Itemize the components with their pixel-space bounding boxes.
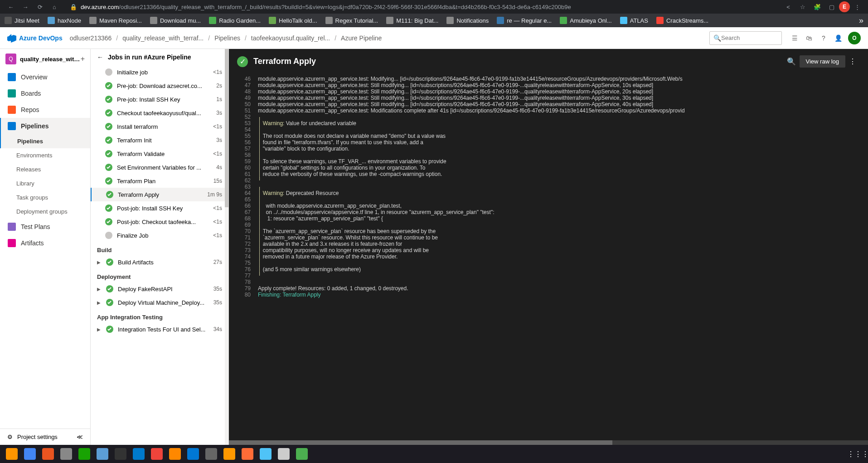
taskbar-libre[interactable] <box>77 447 92 461</box>
taskbar-ubuntu[interactable] <box>41 447 55 461</box>
log-more-icon[interactable]: ⋮ <box>849 57 856 66</box>
bookmark-item[interactable]: HelloTalk old... <box>269 17 317 24</box>
home-icon[interactable]: ⌂ <box>50 2 59 11</box>
job-item[interactable]: Post-job: Install SSH Key<1s <box>91 201 228 215</box>
bookmark-favicon <box>656 17 664 24</box>
list-icon[interactable]: ☰ <box>787 31 802 45</box>
taskbar-firefox[interactable] <box>5 447 19 461</box>
sidebar-sub-library[interactable]: Library <box>0 176 90 190</box>
bookmark-item[interactable]: Amubieya Onl... <box>560 17 612 24</box>
job-item[interactable]: Pre-job: Install SSH Key1s <box>91 93 228 106</box>
taskbar-grid[interactable] <box>204 447 218 461</box>
taskbar-sublime[interactable] <box>222 447 237 461</box>
breadcrumb-item[interactable]: taofeekaoyusuf.quality_rel... <box>251 34 330 42</box>
log-body[interactable]: 46module.appservice.azurerm_app_service.… <box>229 74 868 440</box>
share-icon[interactable]: < <box>784 2 793 11</box>
taskbar-anydesk[interactable] <box>150 447 164 461</box>
search-input[interactable]: 🔍 <box>709 31 782 45</box>
sidebar-item-repos[interactable]: Repos <box>0 102 90 118</box>
line-number: 77 <box>234 273 251 279</box>
bookmark-item[interactable]: haxNode <box>48 17 81 24</box>
job-item[interactable]: ▶Build Artifacts27s <box>91 255 228 269</box>
job-item[interactable]: ▶Deploy Virtual Machine_Deploy...35s <box>91 296 228 309</box>
url-bar[interactable]: 🔒 dev.azure.com/odluser213366/quality_re… <box>65 0 777 13</box>
taskbar-terminal[interactable] <box>113 447 128 461</box>
sidebar-item-overview[interactable]: Overview <box>0 69 90 85</box>
menu-icon[interactable]: ⋮ <box>853 2 862 11</box>
job-item[interactable]: Pre-job: Download azsecret.co...2s <box>91 79 228 93</box>
back-arrow-icon[interactable]: ← <box>97 54 103 61</box>
bookmark-item[interactable]: Regex Tutorial... <box>325 17 378 24</box>
sidebar-item-boards[interactable]: Boards <box>0 85 90 102</box>
back-icon[interactable]: ← <box>6 2 15 11</box>
bookmark-item[interactable]: re — Regular e... <box>497 17 552 24</box>
taskbar-chrome[interactable] <box>23 447 37 461</box>
add-icon[interactable]: + <box>81 55 85 63</box>
sidebar-item-pipelines[interactable]: Pipelines <box>0 118 90 134</box>
job-name: Post-job: Install SSH Key <box>117 205 210 212</box>
azure-devops-logo[interactable]: Azure DevOps <box>7 34 63 43</box>
breadcrumb-item[interactable]: odluser213366 <box>70 34 112 42</box>
bookmark-item[interactable]: Notifications <box>446 17 489 24</box>
taskbar-blue2[interactable] <box>258 447 273 461</box>
app-grid-icon[interactable]: ⋮⋮⋮ <box>851 447 865 461</box>
bookmark-item[interactable]: Jitsi Meet <box>5 17 39 24</box>
azure-avatar[interactable]: O <box>848 32 861 44</box>
breadcrumb-item[interactable]: quality_release_with_terraf... <box>122 34 204 42</box>
sidebar-sub-deployment-groups[interactable]: Deployment groups <box>0 205 90 219</box>
sidebar-sub-task-groups[interactable]: Task groups <box>0 190 90 205</box>
collapse-icon[interactable]: ≪ <box>77 434 83 440</box>
job-item[interactable]: Terraform Init3s <box>91 133 228 147</box>
line-number: 65 <box>234 196 251 203</box>
horizontal-scrollbar[interactable] <box>229 440 868 445</box>
job-item[interactable]: Terraform Plan15s <box>91 174 228 188</box>
sidebar-sub-releases[interactable]: Releases <box>0 162 90 176</box>
bookmark-overflow-icon[interactable]: » <box>859 16 863 25</box>
star-icon[interactable]: ☆ <box>798 2 807 11</box>
taskbar-blue1[interactable] <box>186 447 200 461</box>
taskbar-note[interactable] <box>95 447 110 461</box>
job-item[interactable]: Terraform Apply1m 9s <box>91 188 228 201</box>
user-settings-icon[interactable]: 👤 <box>831 31 845 45</box>
reload-icon[interactable]: ⟳ <box>35 2 44 11</box>
view-raw-log-button[interactable]: View raw log <box>800 55 845 68</box>
job-item[interactable]: Checkout taofeekaoyusuf/qual...3s <box>91 106 228 120</box>
bookmark-item[interactable]: M111: Big Dat... <box>386 17 438 24</box>
taskbar-calc[interactable] <box>295 447 309 461</box>
job-item[interactable]: ▶Deploy FakeRestAPI35s <box>91 282 228 296</box>
bookmark-item[interactable]: ATLAS <box>620 17 648 24</box>
job-item[interactable]: Set Environment Variables for ...4s <box>91 161 228 174</box>
forward-icon[interactable]: → <box>21 2 30 11</box>
extensions-icon[interactable]: 🧩 <box>813 2 822 11</box>
taskbar-postman[interactable] <box>240 447 255 461</box>
taskbar-vlc[interactable] <box>168 447 182 461</box>
help-icon[interactable]: ? <box>816 31 831 45</box>
bookmark-item[interactable]: Radio Garden... <box>209 17 261 24</box>
sidebar-sub-environments[interactable]: Environments <box>0 148 90 162</box>
log-search-icon[interactable]: 🔍 <box>787 57 796 66</box>
job-item[interactable]: Post-job: Checkout taofeeka...<1s <box>91 215 228 229</box>
job-item[interactable]: Finalize Job<1s <box>91 229 228 242</box>
breadcrumb-item[interactable]: Azure Pipeline <box>341 34 382 42</box>
profile-avatar[interactable]: E <box>839 1 850 12</box>
shopping-icon[interactable]: 🛍 <box>802 31 816 45</box>
taskbar-vscode[interactable] <box>131 447 146 461</box>
bookmark-item[interactable]: Maven Reposi... <box>89 17 142 24</box>
taskbar-blank[interactable] <box>276 447 291 461</box>
taskbar-files[interactable] <box>59 447 73 461</box>
log-line: 77╵ <box>229 273 868 279</box>
sidebar-item-test-plans[interactable]: Test Plans <box>0 219 90 235</box>
job-item[interactable]: Initialize job<1s <box>91 65 228 79</box>
project-settings[interactable]: ⚙ Project settings ≪ <box>0 429 90 445</box>
breadcrumb-item[interactable]: Pipelines <box>214 34 240 42</box>
bookmark-item[interactable]: Download mu... <box>150 17 201 24</box>
job-item[interactable]: ▶Integration Tests For UI and Sel...34s <box>91 322 228 336</box>
jobs-scrollbar[interactable] <box>225 49 228 445</box>
sidebar-item-artifacts[interactable]: Artifacts <box>0 235 90 251</box>
sidebar-sub-pipelines[interactable]: Pipelines <box>0 134 90 148</box>
job-item[interactable]: Terraform Validate<1s <box>91 147 228 161</box>
window-icon[interactable]: ▢ <box>827 2 836 11</box>
project-header[interactable]: Q quality_release_with_t... + <box>0 49 90 69</box>
job-item[interactable]: Install terraform<1s <box>91 120 228 133</box>
bookmark-item[interactable]: CrackStreams... <box>656 17 708 24</box>
